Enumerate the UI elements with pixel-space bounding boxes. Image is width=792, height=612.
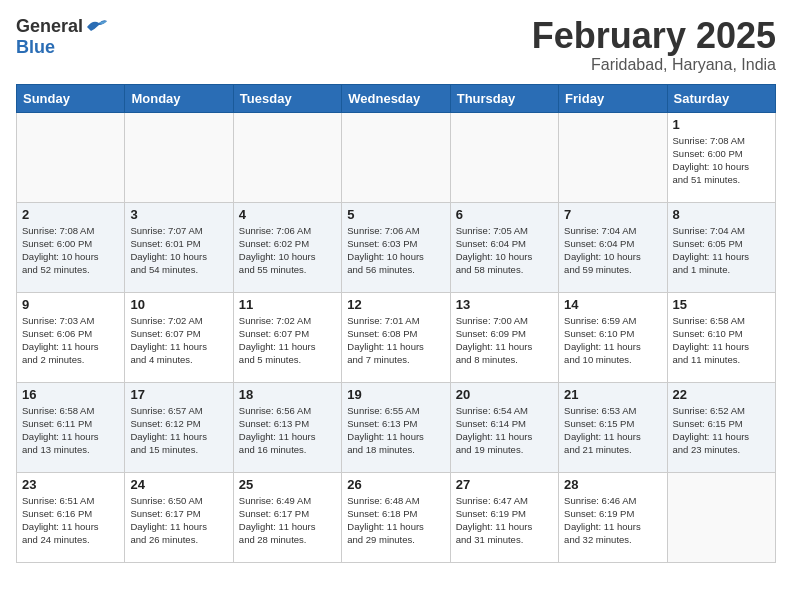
day-info: Sunrise: 7:03 AM Sunset: 6:06 PM Dayligh… <box>22 314 119 367</box>
day-number: 20 <box>456 387 553 402</box>
header-saturday: Saturday <box>667 84 775 112</box>
day-number: 1 <box>673 117 770 132</box>
day-info: Sunrise: 6:46 AM Sunset: 6:19 PM Dayligh… <box>564 494 661 547</box>
day-number: 21 <box>564 387 661 402</box>
day-info: Sunrise: 7:08 AM Sunset: 6:00 PM Dayligh… <box>22 224 119 277</box>
day-number: 26 <box>347 477 444 492</box>
calendar-header-row: SundayMondayTuesdayWednesdayThursdayFrid… <box>17 84 776 112</box>
day-number: 6 <box>456 207 553 222</box>
calendar-week-row: 2Sunrise: 7:08 AM Sunset: 6:00 PM Daylig… <box>17 202 776 292</box>
calendar-day-cell: 11Sunrise: 7:02 AM Sunset: 6:07 PM Dayli… <box>233 292 341 382</box>
day-info: Sunrise: 7:04 AM Sunset: 6:04 PM Dayligh… <box>564 224 661 277</box>
day-number: 27 <box>456 477 553 492</box>
calendar-week-row: 9Sunrise: 7:03 AM Sunset: 6:06 PM Daylig… <box>17 292 776 382</box>
calendar-day-cell: 17Sunrise: 6:57 AM Sunset: 6:12 PM Dayli… <box>125 382 233 472</box>
day-info: Sunrise: 6:53 AM Sunset: 6:15 PM Dayligh… <box>564 404 661 457</box>
calendar-day-cell: 26Sunrise: 6:48 AM Sunset: 6:18 PM Dayli… <box>342 472 450 562</box>
calendar-title: February 2025 <box>532 16 776 56</box>
header-friday: Friday <box>559 84 667 112</box>
day-number: 4 <box>239 207 336 222</box>
day-number: 19 <box>347 387 444 402</box>
logo-general-text: General <box>16 16 83 37</box>
calendar-day-cell <box>342 112 450 202</box>
logo: General Blue <box>16 16 109 58</box>
calendar-week-row: 23Sunrise: 6:51 AM Sunset: 6:16 PM Dayli… <box>17 472 776 562</box>
page-header: General Blue February 2025 Faridabad, Ha… <box>16 16 776 74</box>
calendar-day-cell: 28Sunrise: 6:46 AM Sunset: 6:19 PM Dayli… <box>559 472 667 562</box>
day-info: Sunrise: 6:47 AM Sunset: 6:19 PM Dayligh… <box>456 494 553 547</box>
day-number: 22 <box>673 387 770 402</box>
calendar-day-cell <box>125 112 233 202</box>
calendar-day-cell: 9Sunrise: 7:03 AM Sunset: 6:06 PM Daylig… <box>17 292 125 382</box>
calendar-day-cell: 16Sunrise: 6:58 AM Sunset: 6:11 PM Dayli… <box>17 382 125 472</box>
calendar-week-row: 16Sunrise: 6:58 AM Sunset: 6:11 PM Dayli… <box>17 382 776 472</box>
day-number: 24 <box>130 477 227 492</box>
day-info: Sunrise: 6:57 AM Sunset: 6:12 PM Dayligh… <box>130 404 227 457</box>
day-number: 15 <box>673 297 770 312</box>
day-info: Sunrise: 6:55 AM Sunset: 6:13 PM Dayligh… <box>347 404 444 457</box>
day-info: Sunrise: 6:51 AM Sunset: 6:16 PM Dayligh… <box>22 494 119 547</box>
calendar-day-cell: 4Sunrise: 7:06 AM Sunset: 6:02 PM Daylig… <box>233 202 341 292</box>
day-info: Sunrise: 7:02 AM Sunset: 6:07 PM Dayligh… <box>130 314 227 367</box>
header-thursday: Thursday <box>450 84 558 112</box>
day-number: 3 <box>130 207 227 222</box>
day-number: 14 <box>564 297 661 312</box>
day-number: 28 <box>564 477 661 492</box>
calendar-day-cell <box>450 112 558 202</box>
day-number: 12 <box>347 297 444 312</box>
day-info: Sunrise: 6:56 AM Sunset: 6:13 PM Dayligh… <box>239 404 336 457</box>
day-number: 7 <box>564 207 661 222</box>
day-number: 13 <box>456 297 553 312</box>
calendar-day-cell <box>233 112 341 202</box>
day-info: Sunrise: 7:06 AM Sunset: 6:02 PM Dayligh… <box>239 224 336 277</box>
day-info: Sunrise: 6:54 AM Sunset: 6:14 PM Dayligh… <box>456 404 553 457</box>
calendar-day-cell: 8Sunrise: 7:04 AM Sunset: 6:05 PM Daylig… <box>667 202 775 292</box>
calendar-day-cell: 7Sunrise: 7:04 AM Sunset: 6:04 PM Daylig… <box>559 202 667 292</box>
calendar-day-cell: 19Sunrise: 6:55 AM Sunset: 6:13 PM Dayli… <box>342 382 450 472</box>
calendar-day-cell: 10Sunrise: 7:02 AM Sunset: 6:07 PM Dayli… <box>125 292 233 382</box>
calendar-day-cell: 5Sunrise: 7:06 AM Sunset: 6:03 PM Daylig… <box>342 202 450 292</box>
calendar-day-cell: 22Sunrise: 6:52 AM Sunset: 6:15 PM Dayli… <box>667 382 775 472</box>
calendar-day-cell: 24Sunrise: 6:50 AM Sunset: 6:17 PM Dayli… <box>125 472 233 562</box>
day-info: Sunrise: 7:02 AM Sunset: 6:07 PM Dayligh… <box>239 314 336 367</box>
day-info: Sunrise: 6:58 AM Sunset: 6:11 PM Dayligh… <box>22 404 119 457</box>
day-number: 16 <box>22 387 119 402</box>
calendar-day-cell: 18Sunrise: 6:56 AM Sunset: 6:13 PM Dayli… <box>233 382 341 472</box>
day-number: 11 <box>239 297 336 312</box>
header-sunday: Sunday <box>17 84 125 112</box>
calendar-day-cell: 2Sunrise: 7:08 AM Sunset: 6:00 PM Daylig… <box>17 202 125 292</box>
day-info: Sunrise: 6:58 AM Sunset: 6:10 PM Dayligh… <box>673 314 770 367</box>
day-number: 25 <box>239 477 336 492</box>
day-info: Sunrise: 7:01 AM Sunset: 6:08 PM Dayligh… <box>347 314 444 367</box>
logo-bird-icon <box>85 17 109 37</box>
day-info: Sunrise: 6:48 AM Sunset: 6:18 PM Dayligh… <box>347 494 444 547</box>
calendar-day-cell: 21Sunrise: 6:53 AM Sunset: 6:15 PM Dayli… <box>559 382 667 472</box>
calendar-day-cell: 3Sunrise: 7:07 AM Sunset: 6:01 PM Daylig… <box>125 202 233 292</box>
day-info: Sunrise: 7:06 AM Sunset: 6:03 PM Dayligh… <box>347 224 444 277</box>
day-number: 9 <box>22 297 119 312</box>
calendar-day-cell: 20Sunrise: 6:54 AM Sunset: 6:14 PM Dayli… <box>450 382 558 472</box>
calendar-day-cell: 15Sunrise: 6:58 AM Sunset: 6:10 PM Dayli… <box>667 292 775 382</box>
calendar-day-cell <box>17 112 125 202</box>
calendar-day-cell <box>559 112 667 202</box>
calendar-day-cell: 23Sunrise: 6:51 AM Sunset: 6:16 PM Dayli… <box>17 472 125 562</box>
calendar-day-cell: 27Sunrise: 6:47 AM Sunset: 6:19 PM Dayli… <box>450 472 558 562</box>
calendar-day-cell <box>667 472 775 562</box>
day-number: 2 <box>22 207 119 222</box>
day-info: Sunrise: 7:04 AM Sunset: 6:05 PM Dayligh… <box>673 224 770 277</box>
calendar-day-cell: 6Sunrise: 7:05 AM Sunset: 6:04 PM Daylig… <box>450 202 558 292</box>
day-info: Sunrise: 7:08 AM Sunset: 6:00 PM Dayligh… <box>673 134 770 187</box>
calendar-day-cell: 14Sunrise: 6:59 AM Sunset: 6:10 PM Dayli… <box>559 292 667 382</box>
calendar-location: Faridabad, Haryana, India <box>532 56 776 74</box>
calendar-day-cell: 25Sunrise: 6:49 AM Sunset: 6:17 PM Dayli… <box>233 472 341 562</box>
day-info: Sunrise: 6:50 AM Sunset: 6:17 PM Dayligh… <box>130 494 227 547</box>
title-block: February 2025 Faridabad, Haryana, India <box>532 16 776 74</box>
day-info: Sunrise: 6:59 AM Sunset: 6:10 PM Dayligh… <box>564 314 661 367</box>
day-number: 18 <box>239 387 336 402</box>
day-info: Sunrise: 7:00 AM Sunset: 6:09 PM Dayligh… <box>456 314 553 367</box>
day-number: 5 <box>347 207 444 222</box>
day-number: 17 <box>130 387 227 402</box>
day-number: 8 <box>673 207 770 222</box>
day-info: Sunrise: 7:05 AM Sunset: 6:04 PM Dayligh… <box>456 224 553 277</box>
header-wednesday: Wednesday <box>342 84 450 112</box>
